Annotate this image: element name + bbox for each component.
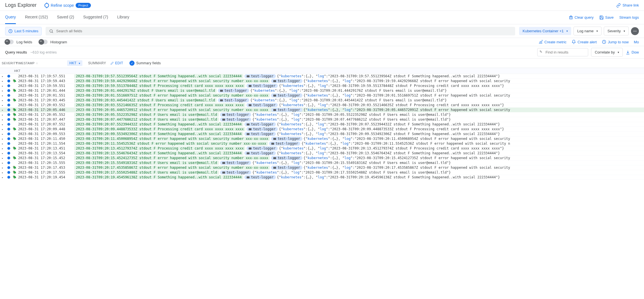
- expand-icon[interactable]: ▸: [2, 80, 6, 83]
- logger-chip[interactable]: test-logger: [244, 122, 276, 126]
- log-row[interactable]: ▸🪲2023-08-31 17:20:11.4502023-08-31T09:2…: [0, 136, 644, 141]
- severity-filter-chip[interactable]: Severity: [604, 27, 629, 35]
- expand-icon[interactable]: ▸: [2, 137, 6, 140]
- expand-icon[interactable]: ▸: [2, 108, 6, 112]
- log-row[interactable]: ▸2023-08-31 17:20:01.5512023-08-31T09:20…: [0, 93, 644, 98]
- query-results-count: ~610 log entries: [30, 50, 57, 54]
- refine-scope-button[interactable]: Refine scope Project: [44, 3, 91, 8]
- col-severity[interactable]: SEVERITY: [2, 61, 14, 65]
- log-row[interactable]: ▸2023-08-31 17:19:59.5512023-08-31T09:19…: [0, 84, 644, 88]
- logger-chip[interactable]: test-logger: [220, 161, 251, 165]
- expand-icon[interactable]: ▸: [2, 161, 6, 165]
- search-input[interactable]: [56, 29, 512, 33]
- expand-icon[interactable]: ▸: [2, 133, 6, 136]
- log-row[interactable]: ▸🪲2023-08-31 17:20:13.4512023-08-31T09:2…: [0, 146, 644, 151]
- find-in-results-input[interactable]: [537, 48, 588, 56]
- expand-icon[interactable]: ▸: [2, 176, 6, 179]
- expand-icon[interactable]: ▸: [2, 166, 6, 169]
- tab-suggested-[interactable]: Suggested (7): [83, 11, 108, 24]
- logger-chip[interactable]: test-logger: [218, 98, 249, 102]
- expand-icon[interactable]: ▸: [2, 142, 6, 145]
- share-link-button[interactable]: Share link: [616, 3, 639, 8]
- log-message: 2023-08-31T09:20:07.552394432Z stdout F …: [74, 122, 243, 126]
- expand-icon[interactable]: ▸: [2, 147, 6, 150]
- expand-icon[interactable]: ▸: [2, 104, 6, 107]
- more-actions-button[interactable]: Mo: [634, 40, 639, 44]
- create-metric-button[interactable]: Create metric: [538, 40, 566, 44]
- jump-to-now-button[interactable]: Jump to now: [602, 40, 629, 44]
- logger-chip[interactable]: test-logger: [271, 156, 302, 160]
- save-query-button[interactable]: Save: [599, 15, 614, 20]
- log-row[interactable]: ▸🪲2023-08-31 17:20:17.4532023-08-31T09:2…: [0, 165, 644, 170]
- logger-chip[interactable]: test-logger: [246, 127, 278, 131]
- expand-icon[interactable]: ▸: [2, 94, 6, 97]
- create-alert-button[interactable]: Create alert: [572, 40, 597, 44]
- logger-chip[interactable]: test-logger: [244, 74, 276, 78]
- histogram-toggle[interactable]: [39, 40, 48, 44]
- logger-chip[interactable]: test-logger: [269, 142, 300, 146]
- logger-chip[interactable]: test-logger: [246, 84, 278, 88]
- expand-icon[interactable]: ▸: [2, 118, 6, 121]
- resource-filter-chip[interactable]: Kubernetes Container +1: [519, 27, 571, 35]
- log-row[interactable]: ▸🪲2023-08-31 17:20:09.4482023-08-31T09:2…: [0, 127, 644, 132]
- expand-icon[interactable]: ▸: [2, 128, 6, 131]
- col-timestamp[interactable]: TIMESTAMP ↑: [16, 61, 60, 65]
- log-row[interactable]: ▸2023-08-31 17:20:09.5532023-08-31T09:20…: [0, 132, 644, 136]
- correlate-by-button[interactable]: Correlate by: [591, 48, 623, 57]
- log-name-filter-chip[interactable]: Log name: [573, 27, 602, 35]
- logger-chip[interactable]: test-logger: [246, 103, 278, 107]
- expand-icon[interactable]: ▸: [2, 75, 6, 78]
- search-all-fields[interactable]: [46, 27, 515, 35]
- summary-fields-toggle[interactable]: ✓: [129, 61, 135, 66]
- expand-icon[interactable]: ▸: [2, 123, 6, 126]
- log-row[interactable]: ▸🪲2023-08-31 17:20:05.5522023-08-31T09:2…: [0, 112, 644, 117]
- log-row[interactable]: ▸2023-08-31 17:20:15.5552023-08-31T09:20…: [0, 161, 644, 165]
- log-row[interactable]: ▸🪲2023-08-31 17:20:17.5552023-08-31T09:2…: [0, 170, 644, 175]
- pencil-icon: [110, 61, 114, 65]
- log-row[interactable]: ▸2023-08-31 17:20:13.5542023-08-31T09:20…: [0, 151, 644, 156]
- logger-chip[interactable]: test-logger: [271, 93, 302, 97]
- log-row[interactable]: ▸🪲2023-08-31 17:20:05.4462023-08-31T09:2…: [0, 108, 644, 112]
- logger-chip[interactable]: test-logger: [220, 170, 251, 174]
- logger-chip[interactable]: test-logger: [246, 146, 278, 150]
- more-filters-button[interactable]: [631, 27, 639, 35]
- logger-chip[interactable]: test-logger: [271, 79, 302, 83]
- expand-icon[interactable]: ▸: [2, 84, 6, 87]
- log-row[interactable]: ▸2023-08-31 17:20:07.5522023-08-31T09:20…: [0, 122, 644, 127]
- logger-chip[interactable]: test-logger: [271, 166, 302, 170]
- log-row[interactable]: ▸2023-08-31 17:20:11.5542023-08-31T09:20…: [0, 141, 644, 146]
- clear-query-button[interactable]: Clear query: [569, 15, 594, 20]
- log-row[interactable]: ▸🪲2023-08-31 17:20:01.4442023-08-31T09:2…: [0, 88, 644, 93]
- logger-chip[interactable]: test-logger: [271, 108, 302, 112]
- tab-saved-[interactable]: Saved (2): [57, 11, 74, 24]
- logger-chip[interactable]: test-logger: [220, 118, 251, 121]
- logger-chip[interactable]: test-logger: [244, 151, 276, 155]
- tab-query[interactable]: Query: [5, 11, 16, 24]
- logger-chip[interactable]: test-logger: [244, 175, 276, 179]
- expand-icon[interactable]: ▸: [2, 157, 6, 160]
- log-row[interactable]: ▸🪲2023-08-31 17:20:03.4452023-08-31T09:2…: [0, 98, 644, 103]
- log-fields-toggle[interactable]: [5, 40, 14, 44]
- expand-icon[interactable]: ▸: [2, 113, 6, 116]
- logger-chip[interactable]: test-logger: [244, 132, 276, 136]
- time-range-chip[interactable]: Last 5 minutes: [5, 27, 42, 35]
- log-row[interactable]: ▸🪲2023-08-31 17:19:59.4432023-08-31T09:1…: [0, 79, 644, 84]
- logger-chip[interactable]: test-logger: [220, 113, 251, 117]
- expand-icon[interactable]: ▸: [2, 152, 6, 155]
- timezone-chip[interactable]: HKT: [67, 60, 82, 66]
- expand-icon[interactable]: ▸: [2, 89, 6, 92]
- download-button[interactable]: Dow: [626, 50, 639, 55]
- tab-recent-[interactable]: Recent (152): [25, 11, 48, 24]
- expand-icon[interactable]: ▸: [2, 99, 6, 102]
- logger-chip[interactable]: test-logger: [271, 137, 302, 141]
- stream-logs-button[interactable]: Stream logs: [619, 15, 639, 20]
- log-row[interactable]: ▸🪲2023-08-31 17:20:07.4472023-08-31T09:2…: [0, 117, 644, 122]
- log-row[interactable]: ▸2023-08-31 17:19:57.5512023-08-31T09:19…: [0, 74, 644, 79]
- tab-library[interactable]: Library: [117, 11, 129, 24]
- edit-summary-button[interactable]: EDIT: [110, 61, 123, 65]
- log-row[interactable]: ▸🪲2023-08-31 17:20:15.4522023-08-31T09:2…: [0, 156, 644, 161]
- log-row[interactable]: ▸2023-08-31 17:20:03.5522023-08-31T09:20…: [0, 103, 644, 108]
- expand-icon[interactable]: ▸: [2, 171, 6, 174]
- log-row[interactable]: ▸🪲2023-08-31 17:20:19.4542023-08-31T09:2…: [0, 175, 644, 180]
- logger-chip[interactable]: test-logger: [218, 89, 249, 93]
